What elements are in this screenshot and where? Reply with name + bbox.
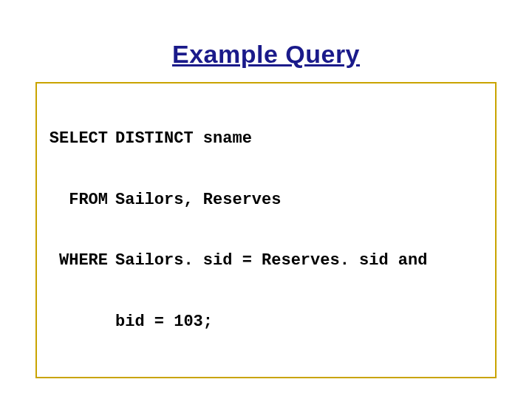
sql-code-box: SELECTDISTINCT sname FROMSailors, Reserv…	[35, 82, 497, 378]
code-cont-rest: bid = 103;	[115, 313, 213, 331]
code-line-from: FROMSailors, Reserves	[43, 190, 489, 211]
slide-title: Example Query	[0, 40, 532, 69]
keyword-blank	[43, 312, 108, 332]
code-from-rest: Sailors, Reserves	[115, 191, 281, 209]
question-text: Q: What does this compute?	[44, 396, 532, 399]
keyword-where: WHERE	[43, 250, 108, 271]
code-where-rest: Sailors. sid = Reserves. sid and	[115, 251, 427, 270]
code-line-where: WHERESailors. sid = Reserves. sid and	[43, 250, 489, 271]
code-select-rest: DISTINCT sname	[115, 129, 252, 148]
slide: Example Query SELECTDISTINCT sname FROMS…	[0, 40, 532, 399]
code-line-cont: bid = 103;	[43, 312, 489, 332]
keyword-from: FROM	[43, 190, 108, 211]
code-line-select: SELECTDISTINCT sname	[43, 129, 489, 149]
keyword-select: SELECT	[43, 129, 108, 149]
